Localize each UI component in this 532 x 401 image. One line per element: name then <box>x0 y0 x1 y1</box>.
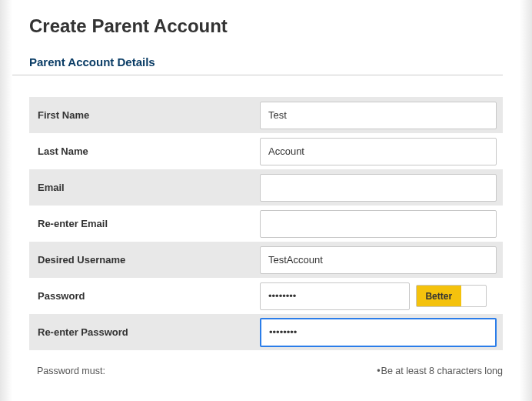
password-strength-label: Better <box>417 286 461 306</box>
row-email: Email <box>29 169 503 206</box>
create-account-card: Create Parent Account Parent Account Det… <box>12 0 520 376</box>
username-input[interactable] <box>260 246 497 274</box>
label-re-email: Re-enter Email <box>29 218 260 229</box>
re-password-input[interactable] <box>260 318 497 347</box>
password-rules: Password must: Be at least 8 characters … <box>12 350 520 376</box>
label-password: Password <box>29 290 260 302</box>
label-re-password: Re-enter Password <box>29 326 260 338</box>
password-rules-intro: Password must: <box>37 366 105 376</box>
row-username: Desired Username <box>29 242 503 278</box>
row-re-email: Re-enter Email <box>29 206 503 242</box>
row-re-password: Re-enter Password <box>29 314 503 350</box>
last-name-input[interactable] <box>260 138 497 165</box>
label-last-name: Last Name <box>29 145 260 157</box>
row-first-name: First Name <box>29 97 503 133</box>
page-title: Create Parent Account <box>12 15 520 51</box>
re-email-input[interactable] <box>260 210 497 238</box>
label-username: Desired Username <box>29 254 260 266</box>
first-name-input[interactable] <box>260 102 497 129</box>
password-input[interactable] <box>260 282 410 310</box>
label-first-name: First Name <box>29 109 260 121</box>
section-title: Parent Account Details <box>12 51 503 75</box>
row-password: Password Better <box>29 278 503 314</box>
label-email: Email <box>29 182 260 193</box>
password-strength-meter: Better <box>416 285 487 307</box>
email-input[interactable] <box>260 174 497 202</box>
password-rule-1: Be at least 8 characters long <box>377 366 503 376</box>
form: First Name Last Name Email Re-enter Emai… <box>29 97 503 350</box>
row-last-name: Last Name <box>29 133 503 169</box>
